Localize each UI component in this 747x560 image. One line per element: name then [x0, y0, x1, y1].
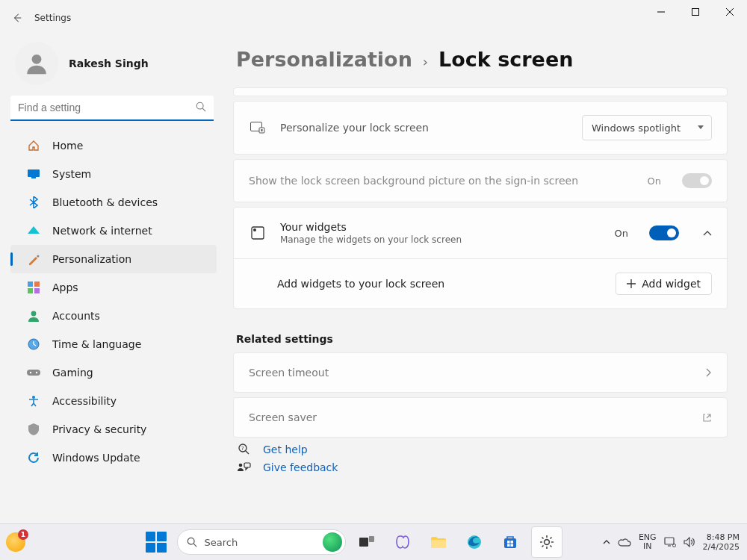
sidebar-item-gaming[interactable]: Gaming: [10, 358, 217, 387]
breadcrumb-parent[interactable]: Personalization: [236, 48, 412, 71]
profile[interactable]: Rakesh Singh: [0, 36, 224, 96]
add-widget-button-label: Add widget: [642, 278, 701, 290]
svg-rect-24: [244, 463, 250, 467]
card-screen-saver[interactable]: Screen saver: [233, 397, 728, 438]
taskbar-search[interactable]: Search: [177, 529, 346, 555]
update-icon: [27, 452, 40, 464]
personalize-label: Personalize your lock screen: [280, 122, 568, 134]
svg-point-35: [544, 540, 549, 545]
card-your-widgets[interactable]: Your widgets Manage the widgets on your …: [233, 207, 728, 309]
breadcrumb: Personalization › Lock screen: [236, 48, 728, 71]
copilot-button[interactable]: [388, 527, 418, 557]
privacy-icon: [27, 423, 40, 435]
back-button[interactable]: [0, 13, 34, 23]
taskbar-clock[interactable]: 8:48 PM 2/4/2025: [703, 532, 740, 552]
feedback-label[interactable]: Give feedback: [263, 461, 338, 473]
svg-rect-32: [510, 541, 513, 544]
get-help-link[interactable]: ? Get help: [236, 444, 728, 455]
widgets-subtitle: Manage the widgets on your lock screen: [280, 234, 601, 245]
accessibility-icon: [27, 395, 40, 407]
svg-point-14: [36, 372, 37, 373]
sidebar-item-label: Apps: [52, 281, 78, 293]
search-input[interactable]: [10, 96, 214, 121]
screen-saver-label: Screen saver: [249, 411, 689, 423]
sidebar-item-accessibility[interactable]: Accessibility: [10, 387, 217, 415]
taskbar-weather[interactable]: 1: [6, 532, 25, 552]
window-controls: [644, 0, 747, 24]
svg-rect-33: [507, 544, 510, 547]
svg-point-23: [239, 464, 243, 467]
svg-text:?: ?: [241, 446, 244, 452]
open-external-icon: [702, 413, 712, 423]
get-help-label[interactable]: Get help: [263, 444, 308, 455]
nav: Home System Bluetooth & devices Network …: [0, 131, 224, 472]
sidebar-item-time[interactable]: Time & language: [10, 330, 217, 358]
card-screen-timeout[interactable]: Screen timeout: [233, 352, 728, 393]
edge-icon: [467, 535, 482, 550]
taskview-button[interactable]: [352, 527, 382, 557]
dropdown-value: Windows spotlight: [592, 122, 681, 134]
taskbar: 1 Search ENG IN 8:48 PM 2/4/2025: [0, 523, 747, 560]
sidebar-item-label: Network & internet: [52, 225, 152, 237]
maximize-button[interactable]: [678, 0, 713, 24]
signin-bg-toggle[interactable]: [682, 173, 712, 188]
search-icon: [187, 537, 197, 547]
sidebar-item-system[interactable]: System: [10, 160, 217, 188]
sidebar-item-label: Accounts: [52, 310, 100, 322]
search-icon: [196, 102, 206, 112]
card-personalize-lockscreen[interactable]: Personalize your lock screen Windows spo…: [233, 101, 728, 155]
sidebar-item-personalization[interactable]: Personalization: [10, 245, 217, 273]
network-tray-icon[interactable]: [664, 537, 676, 547]
add-widget-button[interactable]: Add widget: [616, 273, 712, 295]
widgets-title: Your widgets: [280, 221, 601, 233]
language-indicator[interactable]: ENG IN: [639, 533, 657, 551]
onedrive-tray-icon[interactable]: [618, 538, 631, 547]
sidebar-item-home[interactable]: Home: [10, 131, 217, 160]
accounts-icon: [27, 310, 40, 322]
explorer-button[interactable]: [424, 527, 453, 557]
card-signin-background: Show the lock screen background picture …: [233, 159, 728, 202]
svg-rect-36: [665, 538, 674, 544]
tray-chevron-up-icon[interactable]: [603, 539, 610, 545]
minimize-button[interactable]: [644, 0, 678, 24]
sidebar-item-accounts[interactable]: Accounts: [10, 302, 217, 330]
arrow-left-icon: [12, 13, 22, 23]
store-button[interactable]: [495, 527, 525, 557]
sidebar-item-apps[interactable]: Apps: [10, 273, 217, 302]
chevron-up-icon[interactable]: [703, 230, 712, 236]
sidebar-item-label: Windows Update: [52, 452, 140, 464]
sidebar-item-label: Bluetooth & devices: [52, 196, 158, 208]
minimize-icon: [657, 8, 665, 16]
weather-badge: 1: [18, 529, 28, 540]
sidebar: Rakesh Singh Home System Bluetooth & dev…: [0, 36, 224, 524]
svg-point-25: [187, 538, 194, 544]
widget-icon: [249, 226, 267, 240]
lockscreen-picture-icon: [249, 122, 267, 134]
personalize-dropdown[interactable]: Windows spotlight: [582, 115, 712, 140]
widgets-toggle[interactable]: [649, 225, 679, 240]
related-settings-title: Related settings: [236, 333, 728, 345]
sidebar-item-update[interactable]: Windows Update: [10, 444, 217, 472]
edge-button[interactable]: [459, 527, 489, 557]
volume-tray-icon[interactable]: [684, 537, 695, 547]
svg-rect-19: [252, 227, 264, 239]
svg-rect-5: [28, 281, 33, 287]
feedback-icon: [236, 462, 252, 473]
svg-rect-31: [507, 541, 510, 544]
chevron-right-icon: ›: [423, 54, 428, 69]
start-button[interactable]: [141, 527, 171, 557]
settings-taskbar-button[interactable]: [531, 526, 562, 558]
svg-point-20: [253, 228, 256, 231]
screen-timeout-label: Screen timeout: [249, 367, 692, 379]
settings-search[interactable]: [10, 96, 214, 121]
close-button[interactable]: [713, 0, 747, 24]
svg-rect-6: [34, 281, 40, 287]
sidebar-item-privacy[interactable]: Privacy & security: [10, 415, 217, 444]
card-top-cut: [233, 87, 728, 96]
sidebar-item-bluetooth[interactable]: Bluetooth & devices: [10, 188, 217, 217]
sidebar-item-label: Home: [52, 140, 83, 152]
sidebar-item-network[interactable]: Network & internet: [10, 217, 217, 245]
plus-icon: [627, 279, 636, 288]
give-feedback-link[interactable]: Give feedback: [236, 461, 728, 473]
maximize-icon: [692, 8, 699, 16]
